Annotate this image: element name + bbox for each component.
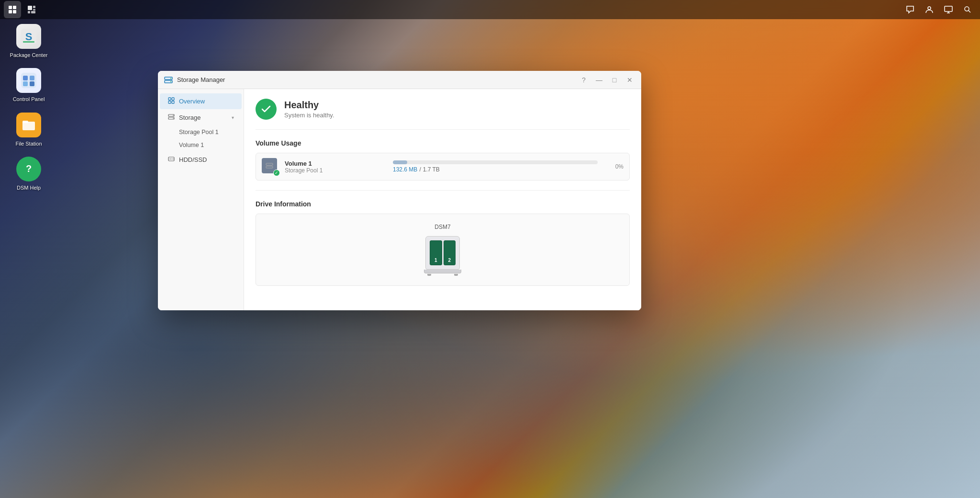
hdd-ssd-icon: [167, 156, 175, 164]
window-body: Overview Storage ▾ Storage Pool 1: [158, 89, 641, 310]
main-content: Healthy System is healthy. Volume Usage: [244, 89, 641, 310]
package-center-label: Package Center: [10, 52, 48, 58]
svg-rect-2: [9, 10, 12, 13]
volume-bar-container: 132.6 MB / 1.7 TB: [393, 160, 598, 173]
sidebar-overview-label: Overview: [179, 98, 205, 105]
volume-1-label: Volume 1: [179, 142, 204, 148]
desktop-icons: S Package Center Control Panel: [10, 24, 48, 191]
sidebar-item-overview[interactable]: Overview: [160, 93, 242, 109]
file-station-icon: [16, 113, 41, 137]
sidebar-storage-label: Storage: [179, 114, 201, 121]
volume-icon: ✓: [262, 158, 279, 175]
control-panel-icon: [16, 68, 41, 93]
volume-used: 132.6 MB: [393, 166, 417, 173]
file-station-label: File Station: [15, 140, 42, 147]
svg-rect-3: [13, 10, 16, 13]
taskbar-display-button[interactable]: [940, 1, 957, 18]
status-section: Healthy System is healthy.: [256, 99, 630, 130]
taskbar-apps-grid-button[interactable]: [4, 1, 21, 18]
volume-percent: 0%: [609, 163, 624, 170]
drive-container: DSM7 1 2: [256, 214, 630, 286]
svg-rect-18: [23, 81, 28, 86]
svg-text:?: ?: [26, 163, 32, 174]
volume-total: 1.7 TB: [423, 166, 440, 173]
taskbar-left: [0, 1, 40, 18]
volume-usage-title: Volume Usage: [256, 139, 630, 147]
sidebar-item-volume-1[interactable]: Volume 1: [164, 139, 242, 151]
svg-rect-4: [28, 6, 32, 10]
sidebar-item-storage-pool-1[interactable]: Storage Pool 1: [164, 126, 242, 138]
desktop-icon-package-center[interactable]: S Package Center: [10, 24, 48, 58]
volume-usage-section: Volume Usage ✓ Volume 1 Storage: [256, 139, 630, 191]
svg-point-38: [173, 158, 174, 159]
nas-drive-1: 1: [430, 240, 442, 265]
volume-info: Volume 1 Storage Pool 1: [285, 160, 387, 174]
taskbar: [0, 0, 980, 19]
svg-rect-8: [31, 11, 35, 13]
volume-separator: /: [419, 166, 421, 173]
svg-rect-22: [22, 121, 28, 123]
volume-stats: 132.6 MB / 1.7 TB: [393, 166, 598, 173]
status-title: Healthy: [284, 100, 334, 111]
volume-row: ✓ Volume 1 Storage Pool 1 132.6 MB /: [256, 153, 630, 181]
desktop-icon-dsm-help[interactable]: ? DSM Help: [10, 157, 48, 191]
svg-rect-17: [30, 76, 34, 80]
svg-rect-41: [266, 166, 273, 168]
nas-device-illustration: 1 2: [423, 236, 462, 276]
storage-manager-window: Storage Manager ? — □ ✕ Overview: [158, 71, 641, 310]
svg-point-36: [173, 118, 174, 119]
window-titlebar: Storage Manager ? — □ ✕: [158, 71, 641, 89]
sidebar-storage-sub: Storage Pool 1 Volume 1: [158, 126, 244, 151]
storage-icon: [167, 113, 175, 122]
device-label: DSM7: [434, 224, 450, 230]
overview-icon: [167, 97, 175, 105]
svg-point-11: [965, 7, 969, 11]
healthy-status-icon: [256, 99, 277, 120]
window-close-button[interactable]: ✕: [624, 74, 635, 86]
svg-rect-31: [168, 101, 171, 103]
desktop-icon-file-station[interactable]: File Station: [10, 113, 48, 147]
taskbar-search-button[interactable]: [959, 1, 976, 18]
taskbar-chat-button[interactable]: [902, 1, 919, 18]
sidebar-item-hdd-ssd[interactable]: HDD/SSD: [160, 152, 242, 168]
nas-foot-left: [427, 274, 431, 276]
svg-rect-19: [30, 81, 34, 86]
drive-info-section: Drive Information DSM7 1 2: [256, 200, 630, 286]
svg-rect-7: [28, 11, 30, 13]
sidebar-item-storage[interactable]: Storage ▾: [160, 110, 242, 125]
desktop-icon-control-panel[interactable]: Control Panel: [10, 68, 48, 102]
sidebar-hdd-ssd-label: HDD/SSD: [179, 156, 207, 163]
svg-rect-29: [168, 98, 171, 100]
svg-rect-32: [172, 101, 174, 103]
svg-rect-40: [266, 163, 273, 165]
nas-body: 1 2: [425, 236, 460, 270]
window-minimize-button[interactable]: —: [593, 74, 605, 86]
window-help-button[interactable]: ?: [578, 74, 590, 86]
svg-rect-5: [33, 6, 35, 8]
svg-rect-14: [23, 41, 34, 43]
status-description: System is healthy.: [284, 112, 334, 119]
volume-healthy-badge: ✓: [273, 170, 280, 176]
taskbar-right: [902, 1, 980, 18]
storage-pool-1-label: Storage Pool 1: [179, 129, 219, 136]
svg-point-35: [173, 115, 174, 116]
nas-drives: 1 2: [428, 238, 457, 267]
nas-drive-2: 2: [444, 240, 456, 265]
svg-rect-6: [33, 9, 35, 11]
volume-bar: [393, 160, 598, 164]
nas-foot-right: [454, 274, 458, 276]
svg-point-9: [928, 7, 931, 10]
taskbar-app-switcher-button[interactable]: [23, 1, 40, 18]
control-panel-label: Control Panel: [13, 96, 45, 102]
svg-text:S: S: [25, 31, 33, 43]
taskbar-user-button[interactable]: [921, 1, 938, 18]
volume-bar-fill: [393, 160, 407, 164]
window-maximize-button[interactable]: □: [609, 74, 620, 86]
svg-point-27: [170, 78, 171, 79]
package-center-icon: S: [16, 24, 41, 49]
svg-rect-0: [9, 6, 12, 9]
storage-chevron-icon: ▾: [232, 115, 234, 120]
svg-rect-1: [13, 6, 16, 9]
svg-rect-16: [23, 76, 28, 80]
dsm-help-icon: ?: [16, 157, 41, 181]
